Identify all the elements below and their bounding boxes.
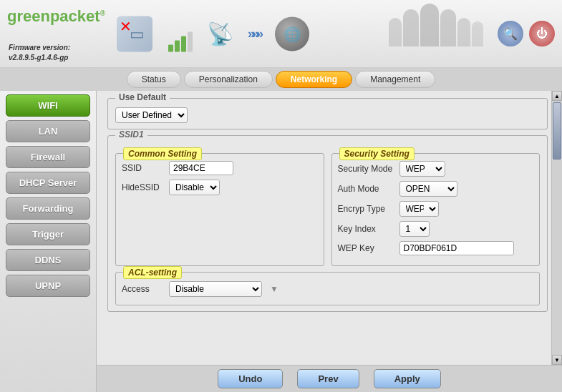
sidebar-item-forwarding[interactable]: Forwarding [6, 197, 90, 220]
scroll-thumb[interactable] [553, 102, 561, 160]
firmware-version: v2.8.9.5-g1.4.6-gp [9, 53, 70, 63]
auth-mode-label: Auth Mode [338, 184, 395, 194]
access-row: Access Disable Enable ▼ [122, 281, 533, 297]
search-button[interactable]: 🔍 [498, 21, 523, 46]
bar2 [175, 40, 180, 52]
sidebar-item-lan[interactable]: LAN [6, 120, 90, 142]
bar1 [168, 44, 173, 52]
ssid1-grid: Common Setting SSID HideSSID Disable Ena… [115, 146, 540, 266]
hide-ssid-select[interactable]: Disable Enable [169, 180, 220, 195]
hide-ssid-label: HideSSID [122, 182, 165, 192]
header-icons: ✕ ▭ 📡 »»» 🌐 [115, 14, 309, 54]
sidebar: WIFI LAN Firewall DHCP Server Forwarding… [0, 91, 97, 392]
hide-ssid-row: HideSSID Disable Enable [122, 180, 318, 195]
ssid1-section: SSID1 Common Setting SSID HideSSID Disab… [107, 135, 548, 312]
tab-management[interactable]: Management [355, 71, 435, 88]
auth-mode-row: Auth Mode OPEN SHARED [338, 181, 534, 197]
globe-icon: 🌐 [275, 16, 309, 51]
bar4 [188, 31, 193, 52]
firmware-info: Firmware version: v2.8.9.5-g1.4.6-gp [7, 39, 72, 67]
arrows-icon: »»» [248, 26, 261, 41]
tab-personalization[interactable]: Personalization [184, 71, 273, 88]
use-default-section: Use Default User Defined Default [107, 98, 548, 129]
connection-status-icon: ✕ ▭ [117, 16, 152, 52]
key-index-row: Key Index 1 2 3 4 [338, 221, 534, 237]
use-default-select[interactable]: User Defined Default [115, 107, 188, 123]
scroll-down-button[interactable]: ▼ [552, 355, 562, 365]
sidebar-item-trigger[interactable]: Trigger [6, 223, 90, 245]
power-button[interactable]: ⏻ [529, 21, 555, 46]
ssid-row: SSID [122, 161, 318, 175]
ssid1-legend: SSID1 [115, 129, 147, 139]
security-mode-row: Security Mode WEP WPA WPA2 None [338, 161, 534, 177]
access-select[interactable]: Disable Enable [169, 281, 262, 297]
router-icon: ▭ [130, 24, 145, 43]
common-setting-box: Common Setting SSID HideSSID Disable Ena… [115, 153, 324, 266]
security-setting-box: Security Setting Security Mode WEP WPA W… [331, 153, 541, 266]
prev-button[interactable]: Prev [297, 369, 359, 388]
tab-status[interactable]: Status [127, 71, 181, 88]
sidebar-item-ddns[interactable]: DDNS [6, 249, 90, 271]
disconnect-icon-box: ✕ ▭ [115, 14, 154, 54]
people-silhouettes [389, 4, 483, 46]
ssid-input[interactable] [169, 161, 233, 175]
sidebar-item-firewall[interactable]: Firewall [6, 146, 90, 168]
logo: greenpacket® [7, 7, 105, 26]
wep-key-label: WEP Key [338, 243, 395, 253]
apply-button[interactable]: Apply [374, 369, 441, 388]
access-dropdown-indicator: ▼ [270, 284, 278, 294]
scroll-up-button[interactable]: ▲ [552, 91, 562, 101]
person-icon-2 [403, 9, 419, 46]
security-setting-legend: Security Setting [339, 147, 415, 160]
content-area: Use Default User Defined Default SSID1 C… [97, 91, 562, 392]
security-mode-select[interactable]: WEP WPA WPA2 None [399, 161, 445, 177]
logo-green: green [7, 7, 50, 25]
person-icon-6 [472, 21, 483, 46]
globe-lines-icon: 🌐 [284, 25, 301, 42]
scrollbar[interactable]: ▲ ▼ [551, 91, 562, 365]
use-default-legend: Use Default [115, 92, 170, 102]
tab-networking[interactable]: Networking [276, 71, 352, 88]
signal-bars-icon [168, 16, 193, 52]
common-setting-legend: Common Setting [123, 147, 202, 160]
ssid-label: SSID [122, 163, 165, 173]
disconnect-x-icon: ✕ [120, 17, 132, 34]
security-mode-label: Security Mode [338, 164, 395, 174]
main-layout: WIFI LAN Firewall DHCP Server Forwarding… [0, 91, 562, 392]
bar3 [181, 36, 186, 52]
sidebar-item-wifi[interactable]: WIFI [6, 94, 90, 117]
sidebar-item-upnp[interactable]: UPNP [6, 275, 90, 297]
encryp-type-row: Encryp Type WEP [338, 201, 534, 217]
encryp-type-label: Encryp Type [338, 204, 395, 214]
person-icon-4 [440, 9, 456, 46]
header-buttons: 🔍 ⏻ [498, 21, 555, 46]
person-icon-5 [457, 18, 470, 46]
header: greenpacket® Firmware version: v2.8.9.5-… [0, 0, 562, 68]
key-index-select[interactable]: 1 2 3 4 [399, 221, 430, 237]
satellite-dish-icon: 📡 [207, 21, 233, 46]
acl-setting-box: ACL-setting Access Disable Enable ▼ [115, 272, 540, 305]
logo-trademark: ® [100, 9, 105, 17]
wep-key-input[interactable] [399, 241, 514, 255]
undo-button[interactable]: Undo [218, 369, 283, 388]
acl-setting-legend: ACL-setting [123, 266, 182, 279]
firmware-label: Firmware version: [9, 43, 70, 53]
sidebar-item-dhcp-server[interactable]: DHCP Server [6, 172, 90, 194]
logo-packet: packet [50, 7, 100, 25]
person-icon-1 [389, 18, 402, 46]
person-icon-3 [420, 4, 439, 46]
use-default-row: User Defined Default [115, 104, 540, 123]
nav-tabs: Status Personalization Networking Manage… [0, 68, 562, 91]
auth-mode-select[interactable]: OPEN SHARED [399, 181, 457, 197]
bottom-bar: Undo Prev Apply [97, 365, 562, 392]
access-label: Access [122, 284, 165, 294]
key-index-label: Key Index [338, 224, 395, 234]
encryp-type-select[interactable]: WEP [399, 201, 439, 217]
wep-key-row: WEP Key [338, 241, 534, 255]
